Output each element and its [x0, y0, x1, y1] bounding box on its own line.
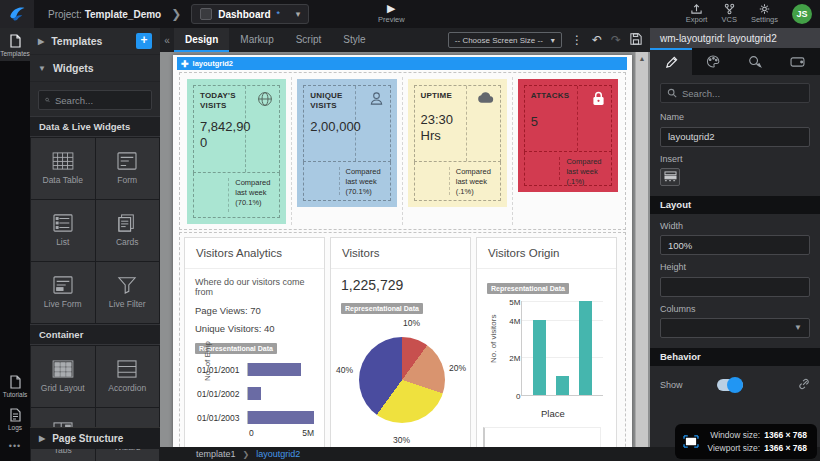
export-button[interactable]: Export: [686, 3, 708, 24]
panel-visitors-origin[interactable]: Visitors Origin Representational Data No…: [476, 237, 617, 447]
screen-size-dropdown[interactable]: -- Choose Screen Size -- ▾: [448, 32, 562, 48]
columns-select[interactable]: ▼: [660, 318, 810, 338]
panel-visitors[interactable]: Visitors 1,225,729 Representational Data…: [330, 237, 471, 447]
grid-cell[interactable]: TODAY'S VISITS 7,842,900 Compared last w…: [182, 77, 292, 225]
rail-item-tutorials[interactable]: Tutorials: [0, 369, 30, 402]
insert-row-button[interactable]: [660, 168, 680, 186]
card-compare-text: Compared last week (.1%): [566, 157, 605, 180]
grid-cell[interactable]: UNIQUE VISITS 2,00,000 Compared last wee…: [292, 77, 402, 225]
tutorials-icon: [9, 375, 22, 389]
gear-icon: [758, 3, 771, 15]
widget-tile-form[interactable]: Form: [96, 138, 160, 199]
widget-tile-cards[interactable]: Cards: [96, 200, 160, 261]
origin-chart-xlabel: Place: [521, 408, 606, 419]
tab-script[interactable]: Script: [285, 28, 333, 52]
tab-security[interactable]: [734, 48, 776, 75]
viewport-size-label: Viewport size:: [707, 442, 760, 454]
wavemaker-studio: Project: Template_Demo ❯ Dashboard * ▾ ▶…: [0, 0, 820, 461]
panel-visitors-analytics[interactable]: Visitors Analytics Where do our visitors…: [184, 237, 325, 447]
width-input[interactable]: [660, 235, 810, 255]
card-title: TODAY'S VISITS: [200, 91, 240, 111]
widgets-panel-header[interactable]: ▼ Widgets: [30, 55, 160, 82]
stat-card-attacks[interactable]: ATTACKS 5 Compared last week (.1%): [518, 79, 618, 192]
data-live-widget-grid: Data Table Form List Cards Live Form Liv…: [30, 137, 160, 324]
page-structure-header[interactable]: ▶ Page Structure: [30, 427, 160, 449]
undo-button[interactable]: ↶: [592, 33, 602, 47]
name-input[interactable]: [660, 127, 810, 147]
settings-button[interactable]: Settings: [751, 3, 778, 24]
scroll-up-icon[interactable]: ▲: [636, 52, 648, 65]
widget-tile-grid-layout[interactable]: Grid Layout: [31, 346, 95, 407]
widget-tile-live-filter[interactable]: Live Filter: [96, 262, 160, 323]
property-search-input[interactable]: [682, 88, 792, 99]
section-container: Container: [30, 324, 160, 345]
grid-cell[interactable]: UPTIME 23:30 Hrs Compared last week (.1%…: [403, 77, 513, 225]
widget-tile-accordion[interactable]: Accordion: [96, 346, 160, 407]
visitors-origin-chart: No. of visitors 5M 4M 2M 0: [487, 301, 606, 419]
widget-tile-label: Data Table: [43, 175, 83, 185]
stat-card-todays-visits[interactable]: TODAY'S VISITS 7,842,900 Compared last w…: [187, 79, 286, 224]
save-button[interactable]: [630, 33, 642, 48]
preview-label: Preview: [378, 15, 405, 24]
height-input[interactable]: [660, 277, 810, 297]
tab-properties[interactable]: [650, 48, 692, 75]
user-avatar[interactable]: JS: [792, 4, 812, 24]
growth-bar: [248, 387, 261, 400]
origin-empty-field[interactable]: [483, 427, 601, 447]
redo-button[interactable]: ↷: [611, 33, 621, 47]
page-artboard[interactable]: ✚ layoutgrid2 TODAY'S VISITS 7,842,900: [173, 55, 632, 447]
show-toggle[interactable]: [717, 379, 743, 391]
templates-icon: [9, 34, 22, 48]
device-icon: [790, 56, 805, 68]
move-handle-icon[interactable]: ✚: [181, 59, 189, 69]
rail-templates-label: Templates: [0, 50, 30, 57]
breadcrumb-widget[interactable]: layoutgrid2: [256, 449, 300, 459]
chevron-right-icon: ▶: [38, 37, 44, 46]
inspector-title: wm-layoutgrid: layoutgrid2: [650, 28, 820, 48]
grid-cell[interactable]: ATTACKS 5 Compared last week (.1%): [513, 77, 623, 225]
templates-panel-header[interactable]: ▶ Templates +: [30, 28, 160, 55]
tab-devices[interactable]: [776, 48, 818, 75]
breadcrumb-chevron-icon: ❯: [171, 7, 181, 21]
widget-tile-list[interactable]: List: [31, 200, 95, 261]
tab-style[interactable]: Style: [332, 28, 376, 52]
tab-markup[interactable]: Markup: [229, 28, 284, 52]
sidebar-collapse-button[interactable]: «: [160, 35, 174, 46]
widget-search-input[interactable]: [55, 95, 145, 106]
preview-button[interactable]: ▶ Preview: [378, 3, 405, 24]
insert-label: Insert: [660, 154, 810, 164]
add-template-button[interactable]: +: [136, 33, 152, 49]
left-icon-rail: Templates Tutorials Logs •••: [0, 28, 30, 461]
visitors-total-value: 1,225,729: [341, 277, 460, 293]
stat-cards-grid[interactable]: TODAY'S VISITS 7,842,900 Compared last w…: [179, 72, 626, 230]
tab-styles[interactable]: [692, 48, 734, 75]
widget-tile-live-form[interactable]: Live Form: [31, 262, 95, 323]
magnifier-select-icon: [748, 55, 762, 68]
canvas-scrollbar[interactable]: ▲: [635, 52, 648, 447]
selection-header[interactable]: ✚ layoutgrid2: [177, 57, 627, 70]
breadcrumb-page[interactable]: template1: [196, 449, 236, 459]
rail-item-templates[interactable]: Templates: [0, 28, 30, 61]
analytics-panels-grid[interactable]: Visitors Analytics Where do our visitors…: [179, 232, 626, 447]
more-options-button[interactable]: ⋮: [571, 33, 583, 47]
card-title: UNIQUE VISITS: [310, 91, 350, 111]
widget-search-box[interactable]: [38, 90, 152, 110]
rail-more-button[interactable]: •••: [0, 435, 30, 457]
rail-item-logs[interactable]: Logs: [0, 402, 30, 435]
vcs-button[interactable]: VCS: [721, 3, 736, 24]
stat-card-unique-visits[interactable]: UNIQUE VISITS 2,00,000 Compared last wee…: [297, 79, 396, 207]
bind-property-icon[interactable]: [798, 376, 810, 394]
stat-card-uptime[interactable]: UPTIME 23:30 Hrs Compared last week (.1%…: [408, 79, 507, 207]
wavemaker-logo[interactable]: [0, 0, 34, 28]
property-search-box[interactable]: [660, 83, 810, 103]
widget-tile-data-table[interactable]: Data Table: [31, 138, 95, 199]
show-label: Show: [660, 380, 683, 390]
screen-size-value: -- Choose Screen Size --: [455, 36, 543, 45]
widget-tile-label: Live Filter: [109, 299, 146, 309]
export-label: Export: [686, 16, 708, 24]
page-selector-dropdown[interactable]: Dashboard * ▾: [191, 4, 309, 24]
tab-design[interactable]: Design: [174, 28, 229, 52]
widget-tile-label: Form: [117, 175, 137, 185]
columns-label: Columns: [660, 304, 810, 314]
pencil-icon: [665, 56, 678, 69]
